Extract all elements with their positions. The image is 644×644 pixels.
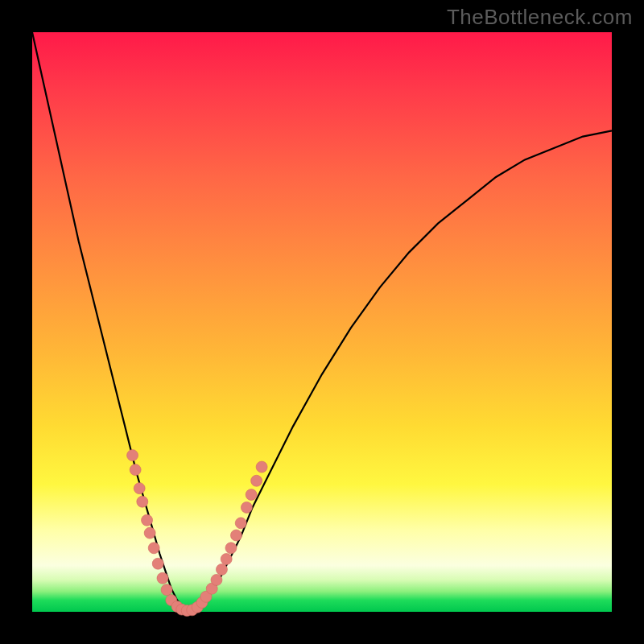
data-dot	[235, 518, 246, 529]
data-dot	[148, 543, 159, 554]
chart-frame: TheBottleneck.com	[0, 0, 644, 644]
data-dot	[246, 489, 257, 501]
data-dot	[211, 574, 222, 585]
data-dot	[134, 483, 145, 494]
data-dot	[144, 527, 155, 539]
data-dot	[127, 450, 138, 461]
data-dot	[251, 475, 262, 486]
data-dot	[142, 514, 153, 526]
bottleneck-curve	[32, 32, 612, 612]
data-dot	[157, 572, 168, 584]
data-dot	[161, 584, 172, 596]
data-dot	[221, 553, 232, 564]
data-dot	[152, 558, 163, 569]
data-dot	[130, 464, 141, 476]
watermark-text: TheBottleneck.com	[447, 5, 633, 30]
data-dot	[137, 496, 148, 507]
chart-svg	[32, 32, 612, 612]
data-dot	[230, 530, 242, 541]
chart-plot-area	[32, 32, 612, 612]
curve-dots	[127, 450, 268, 617]
data-dot	[256, 461, 267, 473]
data-dot	[241, 502, 252, 513]
data-dot	[225, 543, 237, 554]
data-dot	[216, 564, 227, 575]
